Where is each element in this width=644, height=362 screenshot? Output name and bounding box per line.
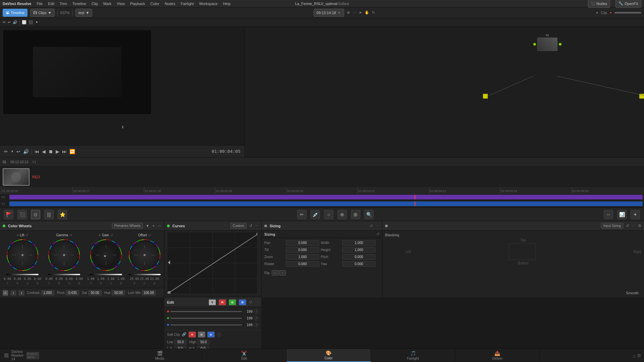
edit-overflow[interactable]: ⋯ — [255, 300, 259, 304]
viewer-tool-settings[interactable]: ✦ — [35, 20, 38, 24]
clip-slider[interactable] — [614, 12, 641, 13]
green-slider[interactable] — [170, 318, 242, 319]
lift-add-icon[interactable]: + — [17, 234, 18, 237]
nav-fairlight[interactable]: 🎵 Fairlight — [371, 349, 455, 362]
btn-go-start[interactable]: ⏮ — [35, 149, 39, 154]
color-magic-btn[interactable]: ✦ — [631, 210, 640, 219]
contrast-value[interactable]: 1.000 — [41, 290, 54, 295]
menu-view[interactable]: View — [117, 2, 125, 6]
sizing-reset[interactable]: ↺ — [370, 224, 373, 228]
nodes-button[interactable]: ⬛ Nodes — [588, 0, 610, 8]
clip-thumbnail[interactable] — [3, 168, 30, 186]
tool-pencil[interactable]: ✏ — [4, 149, 8, 154]
pitch-val[interactable]: 0.000 — [342, 254, 376, 260]
menu-file[interactable]: File — [37, 2, 43, 6]
flip-v-btn[interactable]: ↕ — [279, 270, 286, 276]
sc-r-btn[interactable]: R — [189, 331, 196, 338]
color-pencil-tool[interactable]: ✏ — [297, 210, 307, 219]
soft-clip-link[interactable]: 🔗 — [182, 332, 186, 337]
color-wheels-overflow[interactable]: ⋯ — [157, 224, 161, 228]
sizing-overflow[interactable]: ⋯ — [376, 224, 379, 228]
btn-stop[interactable]: ⏹ — [48, 149, 53, 154]
menu-mark[interactable]: Mark — [103, 2, 111, 6]
menu-workspace[interactable]: Workspace — [199, 2, 218, 6]
channel-g-btn[interactable]: G — [229, 299, 236, 305]
zoom-val[interactable]: 1.000 — [286, 254, 319, 260]
sat-value[interactable]: 50.00 — [88, 290, 102, 295]
page-num-2[interactable]: 2 — [19, 291, 24, 295]
menu-edit[interactable]: Edit — [48, 2, 54, 6]
color-wheels-add-btn[interactable]: + — [152, 224, 155, 228]
viewer-tool-split[interactable]: ⬛ — [29, 20, 33, 24]
track-v1-clip[interactable] — [9, 201, 643, 206]
nav-edit[interactable]: ✂️ Edit — [202, 349, 286, 362]
track-v1-content[interactable] — [9, 201, 643, 206]
red-reset[interactable]: ↺ — [254, 309, 259, 314]
hue-value[interactable]: 50.00 — [112, 290, 125, 295]
viewer-tool-audio[interactable]: 🔊 — [13, 20, 17, 24]
btn-loop[interactable]: 🔁 — [69, 149, 75, 154]
gain-reset[interactable]: ↺ — [110, 234, 113, 237]
menu-help[interactable]: Help — [223, 2, 231, 6]
menu-clip[interactable]: Clip — [92, 2, 98, 6]
track-v2-clip[interactable] — [9, 195, 643, 199]
color-search-tool[interactable]: 🔍 — [364, 210, 374, 219]
viewer-tool-fullscreen[interactable]: ⬜ — [22, 20, 26, 24]
flip-h-btn[interactable]: ↔ — [272, 270, 278, 276]
sc-reset[interactable]: ↺ — [217, 332, 221, 337]
offset-reset[interactable]: ↺ — [148, 234, 151, 237]
gain-wheel-canvas[interactable] — [89, 238, 123, 272]
menu-playback[interactable]: Playback — [130, 2, 145, 6]
blue-reset[interactable]: ↺ — [254, 322, 259, 327]
color-gallery-btn[interactable]: ⬛ — [17, 210, 27, 219]
lum-mix-value[interactable]: 100.00 — [142, 290, 156, 295]
pivot-value[interactable]: 0.435 — [66, 290, 79, 295]
menu-timeline[interactable]: Timeline — [72, 2, 86, 6]
tilt-val[interactable]: 0.000 — [286, 247, 319, 253]
menu-trim[interactable]: Trim — [60, 2, 67, 6]
color-flag-btn[interactable]: 🚩 — [4, 210, 13, 219]
primaries-chevron[interactable]: ▼ — [146, 224, 150, 228]
curves-dropdown[interactable]: Custom — [230, 223, 247, 229]
menu-color[interactable]: Color — [151, 2, 159, 6]
lift-reset[interactable]: ↺ — [25, 234, 28, 237]
color-expand-right[interactable]: ↔ — [604, 210, 613, 219]
channel-b-btn[interactable]: B — [239, 299, 246, 305]
color-grid-tool[interactable]: ⊞ — [351, 210, 360, 219]
auto-btn[interactable]: A — [3, 290, 8, 296]
toolbar-icon2[interactable]: ⋯ — [353, 10, 356, 15]
offset-wheel-canvas[interactable] — [128, 238, 161, 272]
home-icon[interactable]: ⌂ — [633, 353, 636, 358]
input-sizing-reset[interactable]: ↺ — [626, 224, 629, 228]
btn-go-end[interactable]: ⏭ — [62, 149, 67, 154]
lift-wheel-canvas[interactable] — [6, 238, 39, 272]
page-num-1[interactable]: 1 — [11, 291, 16, 295]
color-bars-tool[interactable]: ||| — [44, 210, 54, 219]
tool-audio[interactable]: 🔊 — [23, 149, 29, 154]
toolbar-hand[interactable]: ✋ — [365, 10, 369, 15]
gamma-reset[interactable]: ↺ — [69, 234, 72, 237]
sizing-title-reset[interactable]: ↺ — [376, 232, 379, 236]
height-val[interactable]: 1.000 — [342, 247, 376, 253]
input-sizing-settings[interactable]: ⚙ — [638, 224, 641, 228]
gain-crosshair[interactable]: + — [99, 234, 100, 237]
curves-svg[interactable] — [167, 232, 258, 294]
clips-button[interactable]: 🎞 Clips ▼ — [30, 9, 54, 17]
tool-dropdown[interactable]: ▼ — [11, 150, 14, 153]
nav-deliver[interactable]: 📤 Deliver — [455, 349, 540, 362]
color-wheel-tool[interactable]: ⊙ — [31, 210, 40, 219]
low-val[interactable]: 50.0 — [174, 340, 186, 345]
gamma-wheel-canvas[interactable] — [47, 238, 81, 272]
high-val[interactable]: 50.0 — [198, 340, 210, 345]
curves-overflow[interactable]: ⋯ — [255, 224, 259, 228]
toolbar-arrow[interactable]: ➤ — [359, 10, 362, 15]
input-sizing-dropdown[interactable]: Input Sizing — [601, 223, 623, 229]
test-dropdown[interactable]: test ▼ — [75, 9, 93, 17]
toolbar-icon1[interactable]: ⊕ — [347, 10, 350, 15]
btn-play[interactable]: ▶ — [56, 149, 59, 154]
color-circle-tool[interactable]: ○ — [324, 210, 333, 219]
color-scope-btn[interactable]: 📊 — [617, 210, 627, 219]
primaries-dropdown[interactable]: Primaries Wheels — [112, 223, 143, 229]
nav-media[interactable]: 🎬 Media — [118, 349, 202, 362]
sc-g-btn[interactable]: G — [198, 331, 205, 338]
